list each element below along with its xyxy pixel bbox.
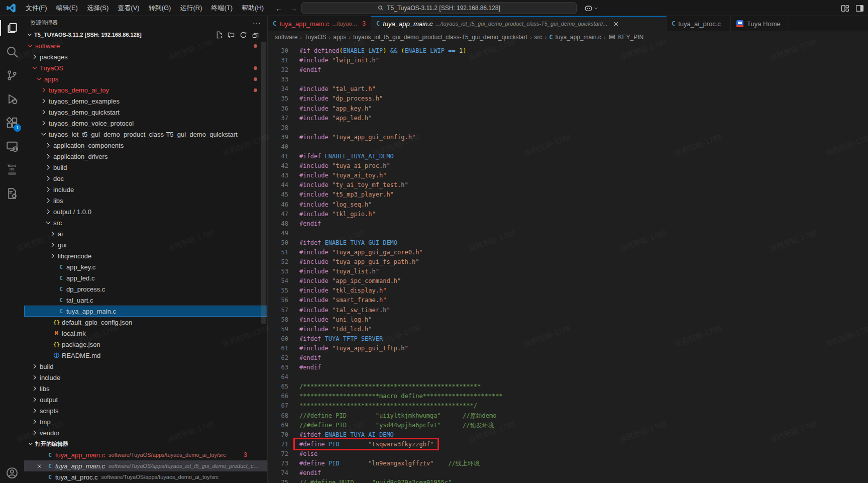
open-editors-header[interactable]: 打开的编辑器 xyxy=(24,438,267,449)
tab-tuya-ai-proc-c[interactable]: Ctuya_ai_proc.c xyxy=(667,16,731,31)
tree-folder-doc[interactable]: doc xyxy=(24,173,267,184)
code-line[interactable]: 44#include "ty_ai_toy_mf_test.h" xyxy=(268,180,868,190)
tree-file-readme-md[interactable]: ⓘREADME.md xyxy=(24,350,267,361)
tree-file-app-key-c[interactable]: Capp_key.c xyxy=(24,261,267,272)
code-line[interactable]: 41#ifdef ENABLE_TUYA_AI_DEMO xyxy=(268,152,868,161)
code-line[interactable]: 55#include "tkl_display.h" xyxy=(268,286,868,296)
activity-item-wind-ide[interactable]: WindIDE xyxy=(0,158,24,181)
tree-folder-tuyaos-iot-t5-gui-demo-product-class-t5-gui-demo-quickstart[interactable]: tuyaos_iot_t5_gui_demo_product_class-T5_… xyxy=(24,129,267,140)
close-icon[interactable] xyxy=(613,21,619,27)
tree-folder-vendor[interactable]: vendor xyxy=(24,427,267,438)
code-line[interactable]: 54#include "app_ipc_command.h" xyxy=(268,276,868,286)
breadcrumb-item[interactable]: tuya_app_main.c xyxy=(555,34,601,41)
tree-file-default-gpio-config-json[interactable]: {}default_gpio_config.json xyxy=(24,317,267,328)
tree-folder-ai[interactable]: ai xyxy=(24,228,267,239)
breadcrumb-item[interactable]: TuyaOS xyxy=(304,34,327,41)
menu-run[interactable]: 运行(R) xyxy=(175,1,206,16)
menu-go[interactable]: 转到(G) xyxy=(144,1,176,16)
code-line[interactable]: 43#include "tuya_ai_toy.h" xyxy=(268,171,868,180)
code-line[interactable]: 73#define PID "ln9eangaxlgffztv" //线上环境 xyxy=(268,459,868,468)
close-icon[interactable] xyxy=(36,463,43,469)
open-editor-row[interactable]: Ctuya_ai_proc.csoftware/TuyaOS/apps/tuya… xyxy=(24,471,267,482)
breadcrumb-item[interactable]: apps xyxy=(333,34,346,41)
tree-folder-software[interactable]: software xyxy=(24,40,267,51)
code-line[interactable]: 69//#define PID "ysd44wpjha6pcfvt" //预发环… xyxy=(268,421,868,430)
command-center-search[interactable]: T5_TuyaOS-3.11.2 [SSH: 192.168.86.128] xyxy=(301,2,577,14)
code-line[interactable]: 51#include "tuya_app_gui_gw_core0.h" xyxy=(268,248,868,257)
tab-tuya-app-main-c[interactable]: Ctuya_app_main.c.../tuyaos_iot_t5_gui_de… xyxy=(371,16,667,31)
tree-file-dp-process-c[interactable]: Cdp_process.c xyxy=(24,283,267,295)
breadcrumb-item[interactable]: src xyxy=(534,34,542,41)
open-editor-row[interactable]: Ctuya_app_main.csoftware/TuyaOS/apps/tuy… xyxy=(24,460,267,471)
code-line[interactable]: 72#else xyxy=(268,449,868,459)
tree-folder-tuyaos-demo-voice-protocol[interactable]: tuyaos_demo_voice_protocol xyxy=(24,118,267,129)
activity-item-explorer[interactable] xyxy=(0,16,24,40)
tree-folder-output-1-0-0[interactable]: output / 1.0.0 xyxy=(24,206,267,217)
collapse-folders-icon[interactable] xyxy=(252,31,259,39)
breadcrumb-item[interactable]: tuyaos_iot_t5_gui_demo_product_class-T5_… xyxy=(353,34,527,41)
tree-folder-apps[interactable]: apps xyxy=(24,73,267,84)
code-line[interactable]: 53#include "tuya_list.h" xyxy=(268,267,868,276)
tree-folder-output[interactable]: output xyxy=(24,394,267,405)
tree-folder-application-components[interactable]: application_components xyxy=(24,140,267,151)
breadcrumb-item[interactable]: software xyxy=(275,34,297,41)
code-line[interactable]: 47#include "tkl_gpio.h" xyxy=(268,210,868,219)
activity-item-extensions[interactable]: 1 xyxy=(0,111,24,134)
code-line[interactable]: 31#include "lwip_init.h" xyxy=(268,56,868,65)
code-line[interactable]: 36#include "app_key.h" xyxy=(268,104,868,114)
code-line[interactable]: 67**************************************… xyxy=(268,401,868,411)
menu-terminal[interactable]: 终端(T) xyxy=(206,1,237,16)
activity-item-remote-explorer[interactable] xyxy=(0,134,24,158)
tree-folder-scripts[interactable]: scripts xyxy=(24,405,267,416)
tree-folder-application-drivers[interactable]: application_drivers xyxy=(24,151,267,162)
activity-item-run-debug[interactable] xyxy=(0,87,24,111)
code-line[interactable]: 30#if defined(ENABLE_LWIP) && (ENABLE_LW… xyxy=(268,46,868,56)
tree-file-app-led-c[interactable]: Capp_led.c xyxy=(24,272,267,283)
menu-edit[interactable]: 编辑(E) xyxy=(52,1,82,16)
tree-file-tal-uart-c[interactable]: Ctal_uart.c xyxy=(24,295,267,306)
code-line[interactable]: 34#include "tal_uart.h" xyxy=(268,84,868,94)
tree-folder-gui[interactable]: gui xyxy=(24,239,267,250)
tab-tuya-app-main-c[interactable]: Ctuya_app_main.c.../tuyaos_demo_ai_toy/.… xyxy=(268,16,371,31)
tree-folder-build[interactable]: build xyxy=(24,162,267,173)
code-line[interactable]: 75// #define UUID "uuid8c979a2cea91955c" xyxy=(268,478,868,483)
new-folder-icon[interactable] xyxy=(228,31,235,39)
tree-file-local-mk[interactable]: Mlocal.mk xyxy=(24,328,267,339)
breadcrumb-item[interactable]: KEY_PIN xyxy=(618,34,644,41)
new-file-icon[interactable] xyxy=(215,31,223,39)
code-line[interactable]: 33 xyxy=(268,75,868,84)
code-line[interactable]: 64 xyxy=(268,372,868,382)
code-line[interactable]: 39#include "tuya_app_gui_config.h" xyxy=(268,133,868,142)
tree-folder-libs[interactable]: libs xyxy=(24,195,267,206)
code-line[interactable]: 60#ifdef TUYA_TFTP_SERVER xyxy=(268,334,868,344)
forward-icon[interactable]: → xyxy=(290,4,297,13)
menu-file[interactable]: 文件(F) xyxy=(21,1,52,16)
tree-folder-src[interactable]: src xyxy=(24,217,267,228)
code-line[interactable]: 46#include "log_seq.h" xyxy=(268,200,868,210)
workspace-root-row[interactable]: T5_TUYAOS-3.11.2 [SSH: 192.168.86.128] xyxy=(24,29,267,40)
menu-view[interactable]: 查看(V) xyxy=(113,1,144,16)
code-line[interactable]: 32#endif xyxy=(268,65,868,75)
code-line[interactable]: 42#include "tuya_ai_proc.h" xyxy=(268,161,868,171)
code-line[interactable]: 74#endif xyxy=(268,468,868,478)
tree-folder-tmp[interactable]: tmp xyxy=(24,416,267,427)
code-line[interactable]: 68//#define PID "uiiyltkjmkhwumga" //原始d… xyxy=(268,411,868,421)
menu-help[interactable]: 帮助(H) xyxy=(237,1,268,16)
refresh-icon[interactable] xyxy=(240,31,247,39)
code-line[interactable]: 66**********************macro define****… xyxy=(268,392,868,401)
code-line[interactable]: 63#endif xyxy=(268,363,868,372)
tree-file-tuya-app-main-c[interactable]: Ctuya_app_main.c xyxy=(24,306,267,317)
tree-folder-include[interactable]: include xyxy=(24,372,267,383)
code-editor[interactable]: 30#if defined(ENABLE_LWIP) && (ENABLE_LW… xyxy=(268,43,868,483)
account-icon[interactable] xyxy=(0,467,24,479)
code-line[interactable]: 57#include "tal_sw_timer.h" xyxy=(268,306,868,315)
code-line[interactable]: 62#endif xyxy=(268,353,868,363)
tree-folder-libqrencode[interactable]: libqrencode xyxy=(24,250,267,261)
code-line[interactable]: 52#include "tuya_app_gui_fs_path.h" xyxy=(268,257,868,267)
back-icon[interactable]: ← xyxy=(275,4,283,13)
code-line[interactable]: 40 xyxy=(268,142,868,152)
tree-file-package-json[interactable]: {}package.json xyxy=(24,339,267,350)
tree-folder-tuyaos-demo-examples[interactable]: tuyaos_demo_examples xyxy=(24,95,267,107)
activity-item-source-control[interactable] xyxy=(0,63,24,87)
sidebar-scrollbar[interactable] xyxy=(261,42,266,324)
